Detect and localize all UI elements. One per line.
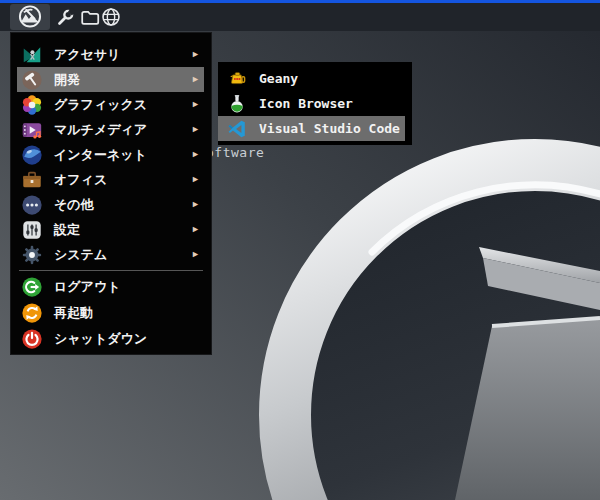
shutdown-power-icon [21, 327, 45, 351]
menu-item-label: マルチメディア [54, 121, 147, 139]
menu-item-restart[interactable]: 再起動 [17, 300, 204, 326]
submenu-item-geany[interactable]: Geany [218, 66, 405, 91]
submenu-item-icon-browser[interactable]: Icon Browser [218, 91, 405, 116]
menu-item-label: 再起動 [54, 304, 93, 322]
app-menu: アクセサリ ► 開発 ► [10, 32, 212, 355]
taskbar-accent-line [0, 0, 600, 3]
desktop: oftware [0, 0, 600, 500]
menu-separator [19, 270, 203, 271]
menu-item-label: ログアウト [54, 278, 121, 296]
menu-item-label: シャットダウン [54, 330, 147, 348]
menu-item-internet[interactable]: インターネット ► [17, 142, 204, 167]
submenu-item-visual-studio-code[interactable]: Visual Studio Code [218, 116, 405, 141]
menu-item-system[interactable]: システム ► [17, 242, 204, 267]
menu-item-graphics[interactable]: グラフィックス ► [17, 92, 204, 117]
menu-item-shutdown[interactable]: シャットダウン [17, 326, 204, 352]
settings-icon [21, 218, 45, 242]
submenu-arrow-icon: ► [191, 150, 200, 159]
restart-icon [21, 301, 45, 325]
menu-item-label: 設定 [54, 221, 80, 239]
vscode-icon [226, 118, 248, 140]
development-submenu: Geany Icon Browser Visual Studio Cod [218, 62, 412, 145]
submenu-arrow-icon: ► [191, 200, 200, 209]
submenu-arrow-icon: ► [191, 175, 200, 184]
internet-icon [21, 143, 45, 167]
accessories-icon [21, 43, 45, 67]
graphics-icon [21, 93, 45, 117]
submenu-arrow-icon: ► [191, 75, 200, 84]
submenu-arrow-icon: ► [191, 250, 200, 259]
menu-item-label: オフィス [54, 171, 107, 189]
menu-item-label: システム [54, 246, 107, 264]
menu-item-others[interactable]: その他 ► [17, 192, 204, 217]
menu-item-label: 開発 [54, 71, 80, 89]
menu-item-label: アクセサリ [54, 46, 121, 64]
menu-item-label: その他 [54, 196, 94, 214]
multimedia-icon [21, 118, 45, 142]
submenu-arrow-icon: ► [191, 50, 200, 59]
browser-button[interactable] [98, 4, 124, 30]
logout-icon [21, 275, 45, 299]
development-icon [21, 68, 45, 92]
taskbar [0, 0, 600, 31]
menu-item-accessories[interactable]: アクセサリ ► [17, 42, 204, 67]
submenu-arrow-icon: ► [191, 125, 200, 134]
geany-icon [226, 68, 248, 90]
wallpaper-text: oftware [206, 145, 264, 160]
others-icon [21, 193, 45, 217]
menu-item-settings[interactable]: 設定 ► [17, 217, 204, 242]
menu-item-office[interactable]: オフィス ► [17, 167, 204, 192]
distro-logo-icon [17, 4, 43, 30]
submenu-item-label: Visual Studio Code [259, 121, 400, 136]
submenu-item-label: Icon Browser [259, 96, 353, 111]
menu-item-label: インターネット [54, 146, 147, 164]
menu-item-development[interactable]: 開発 ► [17, 67, 204, 92]
menu-item-logout[interactable]: ログアウト [17, 274, 204, 300]
system-gear-icon [21, 243, 45, 267]
menu-button[interactable] [10, 4, 50, 30]
submenu-arrow-icon: ► [191, 225, 200, 234]
menu-item-label: グラフィックス [54, 96, 147, 114]
menu-item-multimedia[interactable]: マルチメディア ► [17, 117, 204, 142]
tools-button[interactable] [52, 4, 78, 30]
icon-browser-flask-icon [226, 93, 248, 115]
submenu-arrow-icon: ► [191, 100, 200, 109]
office-icon [21, 168, 45, 192]
globe-icon [100, 6, 122, 28]
wrench-icon [54, 6, 76, 28]
submenu-item-label: Geany [259, 71, 298, 86]
